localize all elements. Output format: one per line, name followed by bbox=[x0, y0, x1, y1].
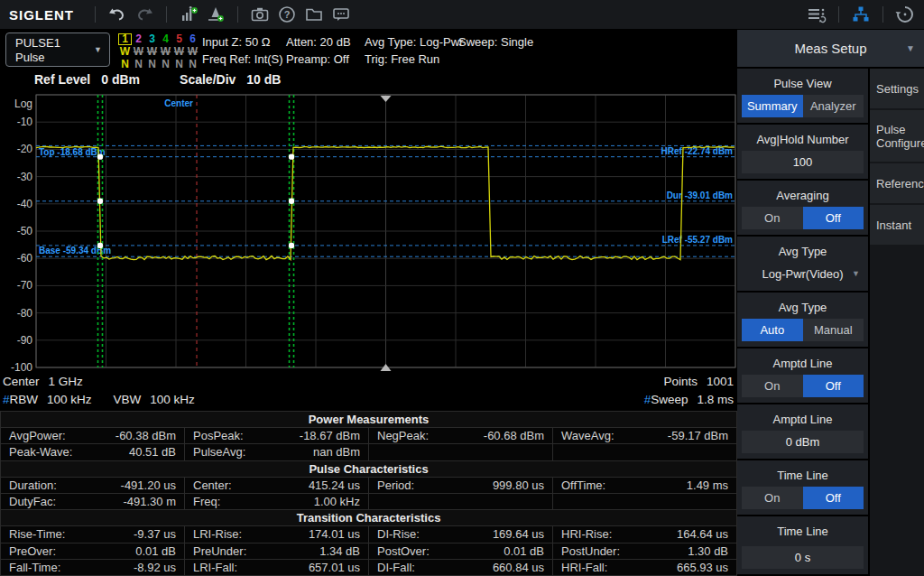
info-line: Atten: 20 dB bbox=[286, 33, 351, 51]
measurement-selector-dropdown[interactable]: PULSE1 Pulse ▼ bbox=[5, 33, 110, 67]
channel-2-selector[interactable]: 2 bbox=[132, 33, 145, 45]
averaging-off-button[interactable]: Off bbox=[803, 207, 864, 229]
section-time-line-7: Time LineOnOff bbox=[737, 460, 868, 515]
result-value: nan dBm bbox=[291, 444, 369, 460]
result-value: 665.93 us bbox=[660, 559, 737, 575]
avg-type-auto-button[interactable]: Auto bbox=[742, 319, 803, 341]
pulse-view-summary-button[interactable]: Summary bbox=[742, 95, 803, 117]
file-button[interactable] bbox=[300, 3, 328, 26]
channel-1-trace-mode[interactable]: W bbox=[118, 46, 132, 58]
amptd-line-value-field[interactable]: 0 dBm bbox=[742, 431, 864, 453]
threshold-label-lref: LRef -55.27 dBm bbox=[662, 235, 733, 245]
time-line-on-button[interactable]: On bbox=[742, 487, 803, 509]
section-control: 0 s bbox=[742, 546, 864, 569]
meas-setup-menu-header[interactable]: Meas Setup ▼ bbox=[737, 30, 924, 67]
result-value: -9.37 us bbox=[107, 526, 185, 543]
channel-3-selector[interactable]: 3 bbox=[145, 33, 159, 45]
channel-6-trace-mode[interactable]: W bbox=[186, 46, 199, 58]
result-value: 164.64 us bbox=[660, 526, 737, 543]
sweep-value[interactable]: 1.8 ms bbox=[697, 393, 734, 406]
message-button[interactable] bbox=[328, 3, 355, 26]
y-tick-label: -50 bbox=[17, 225, 33, 237]
channel-5-selector[interactable]: 5 bbox=[172, 33, 186, 45]
tab-pulse-configure[interactable]: Pulse Configure bbox=[870, 110, 924, 162]
result-value: 174.01 us bbox=[291, 526, 369, 543]
sweep-marker-top-triangle[interactable] bbox=[381, 96, 392, 102]
result-label bbox=[369, 493, 476, 509]
center-freq-value[interactable]: 1 GHz bbox=[49, 375, 83, 388]
result-value bbox=[660, 444, 737, 460]
amptd-line-off-button[interactable]: Off bbox=[803, 375, 864, 397]
section-pulse-view-0: Pulse ViewSummaryAnalyzer bbox=[737, 69, 868, 123]
channel-1-selector[interactable]: 1 bbox=[118, 33, 132, 45]
time-line-off-button[interactable]: Off bbox=[803, 487, 864, 509]
message-icon bbox=[331, 5, 351, 23]
chevron-down-icon: ▼ bbox=[852, 263, 860, 285]
add-trace-button[interactable] bbox=[175, 3, 202, 26]
section-control: SummaryAnalyzer bbox=[742, 95, 864, 117]
y-axis-ticks: Log-10-20-30-40-50-60-70-80-90-100 bbox=[11, 98, 32, 374]
section-control: OnOff bbox=[742, 375, 864, 397]
y-tick-label: -80 bbox=[17, 307, 33, 320]
y-tick-label: -60 bbox=[17, 252, 33, 265]
vbw-label: VBW bbox=[114, 393, 142, 406]
channel-5-trace-mode[interactable]: W bbox=[172, 46, 186, 58]
preset-list-button[interactable] bbox=[803, 3, 830, 26]
tab-reference[interactable]: Reference bbox=[870, 163, 924, 203]
add-peak-marker-button[interactable] bbox=[202, 3, 229, 26]
chevron-down-icon: ▼ bbox=[94, 45, 102, 54]
gate-crossing-dot bbox=[97, 243, 103, 248]
plot-grid bbox=[36, 95, 735, 367]
amptd-line-on-button[interactable]: On bbox=[742, 375, 803, 397]
channel-2-trace-mode[interactable]: W bbox=[132, 46, 145, 58]
section-control: Log-Pwr(Video)▼ bbox=[742, 263, 864, 285]
vbw-value[interactable]: 100 kHz bbox=[150, 393, 195, 406]
rbw-value[interactable]: 100 kHz bbox=[47, 393, 92, 406]
threshold-label-top: Top -18.68 dBm bbox=[39, 147, 106, 157]
result-value: 1.30 dB bbox=[660, 543, 737, 559]
add-trace-icon bbox=[179, 5, 199, 24]
points-value[interactable]: 1001 bbox=[707, 375, 734, 388]
y-tick-label: Log bbox=[14, 98, 32, 110]
time-line-value-field[interactable]: 0 s bbox=[742, 546, 864, 569]
info-column-4: Sweep: Single bbox=[458, 33, 533, 51]
avg-type-manual-button[interactable]: Manual bbox=[803, 319, 864, 341]
result-label: PostOver: bbox=[369, 543, 476, 559]
screenshot-button[interactable] bbox=[246, 3, 273, 26]
avg-type-dropdown[interactable]: Log-Pwr(Video)▼ bbox=[742, 263, 864, 285]
gate-crossing-dot bbox=[289, 243, 294, 248]
tab-settings[interactable]: Settings bbox=[870, 69, 924, 108]
file-folder-icon bbox=[304, 5, 324, 23]
tab-instant[interactable]: Instant bbox=[870, 205, 924, 245]
avg-hold-number-value-field[interactable]: 100 bbox=[742, 151, 864, 173]
network-button[interactable] bbox=[847, 3, 874, 26]
sweep-label: Sweep bbox=[651, 393, 688, 406]
averaging-on-button[interactable]: On bbox=[742, 207, 803, 229]
info-column-1: Input Z: 50 ΩFreq Ref: Int(S) bbox=[202, 33, 283, 68]
history-recall-button[interactable] bbox=[892, 3, 919, 26]
result-label: LRI-Fall: bbox=[185, 559, 291, 575]
y-tick-label: -70 bbox=[17, 279, 33, 292]
result-value: 657.01 us bbox=[291, 559, 369, 575]
result-label: Fall-Time: bbox=[1, 559, 107, 575]
results-section-header: Transition Characteristics bbox=[1, 510, 737, 526]
channel-6-selector[interactable]: 6 bbox=[186, 33, 199, 45]
section-title: Averaging bbox=[737, 181, 868, 202]
add-peak-marker-icon bbox=[206, 5, 226, 24]
redo-button[interactable] bbox=[131, 3, 158, 26]
result-label: DI-Fall: bbox=[369, 559, 476, 575]
pulse-summary-chart: Ref Level0 dBmScale/Div10 dB Log-10-20-3… bbox=[0, 70, 736, 411]
pulse-view-analyzer-button[interactable]: Analyzer bbox=[803, 95, 864, 117]
result-value: 415.24 us bbox=[291, 477, 369, 493]
channel-4-selector[interactable]: 4 bbox=[159, 33, 172, 45]
info-line: Avg Type: Log-Pwr bbox=[365, 33, 463, 51]
result-label: Period: bbox=[369, 477, 476, 493]
result-label: AvgPower: bbox=[1, 428, 107, 444]
info-line: Sweep: Single bbox=[458, 33, 533, 51]
channel-3-trace-mode[interactable]: W bbox=[145, 46, 159, 58]
section-time-line-8: Time Line0 s bbox=[737, 516, 868, 574]
undo-button[interactable] bbox=[104, 3, 131, 26]
info-line: Freq Ref: Int(S) bbox=[202, 51, 283, 68]
channel-4-trace-mode[interactable]: W bbox=[159, 46, 172, 58]
help-button[interactable]: ? bbox=[273, 3, 300, 26]
